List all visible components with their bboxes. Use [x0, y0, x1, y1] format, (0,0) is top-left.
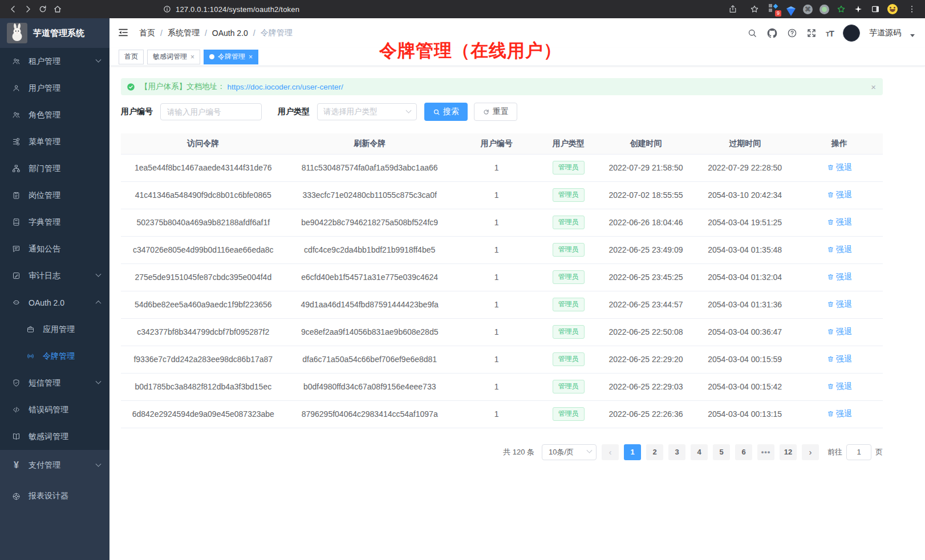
force-logout-button[interactable]: 强退 — [827, 272, 852, 282]
page-button-3[interactable]: 3 — [668, 444, 685, 460]
tab-close-icon[interactable]: × — [190, 54, 194, 60]
users-icon — [12, 111, 21, 119]
user-id-input[interactable] — [160, 103, 262, 120]
expire-time-cell: 2054-03-04 00:36:47 — [694, 318, 796, 346]
created-time-cell: 2022-06-25 23:44:57 — [598, 291, 693, 318]
alert-close-icon[interactable]: × — [871, 83, 876, 91]
extension-command-icon[interactable]: ⌘ — [803, 5, 813, 14]
sidebar-item-notice[interactable]: 通知公告 — [0, 236, 109, 262]
chevron-down-icon[interactable] — [910, 34, 915, 37]
table-row: 54d6be82ee5a460a9aedc1f9bf22365649d1aa46… — [121, 291, 883, 318]
page-button-2[interactable]: 2 — [646, 444, 663, 460]
force-logout-button[interactable]: 强退 — [827, 409, 852, 419]
sidebar-item-role[interactable]: 角色管理 — [0, 102, 109, 128]
tab-首页[interactable]: 首页 — [119, 50, 144, 64]
force-logout-button[interactable]: 强退 — [827, 163, 852, 173]
username[interactable]: 芋道源码 — [869, 28, 901, 38]
page-button-4[interactable]: 4 — [691, 444, 708, 460]
user-type-placeholder: 请选择用户类型 — [323, 107, 378, 117]
force-logout-button[interactable]: 强退 — [827, 382, 852, 392]
tab-close-icon[interactable]: × — [249, 54, 253, 60]
user-type-badge: 管理员 — [553, 161, 585, 175]
avatar[interactable] — [843, 25, 860, 42]
extension-pixel-icon[interactable]: 9 — [769, 4, 779, 14]
browser-home-button[interactable] — [50, 2, 65, 17]
bookmark-star-button[interactable] — [747, 2, 762, 17]
chevron-down-icon — [96, 271, 102, 277]
refresh-token-cell: b0df4980ffd34c67a08f9156e4eee733 — [286, 373, 454, 400]
sidebar-item-oauth2-token[interactable]: 令牌管理 — [0, 343, 109, 370]
user-type-badge: 管理员 — [553, 216, 585, 229]
goto-page-input[interactable] — [846, 444, 871, 460]
sidebar-item-pay[interactable]: ¥支付管理 — [0, 450, 109, 481]
reload-icon — [38, 5, 47, 14]
reset-button[interactable]: 重置 — [474, 103, 517, 121]
trash-icon — [827, 164, 834, 171]
extension-sparkle-icon[interactable] — [853, 4, 863, 14]
sidebar-item-oauth2-app[interactable]: 应用管理 — [0, 316, 109, 343]
breadcrumb-item[interactable]: 首页 — [139, 28, 155, 38]
profile-emoji-icon[interactable] — [887, 4, 898, 14]
browser-forward-button[interactable] — [21, 2, 35, 17]
page-button-5[interactable]: 5 — [713, 444, 730, 460]
next-page-button[interactable]: › — [802, 444, 819, 460]
force-logout-button[interactable]: 强退 — [827, 217, 852, 228]
breadcrumb-item[interactable]: 系统管理 — [168, 28, 200, 38]
sidebar-item-label: 令牌管理 — [43, 351, 75, 362]
sidebar-item-oauth2[interactable]: OAuth 2.0 — [0, 289, 109, 316]
sidebar-fold-button[interactable] — [117, 27, 130, 39]
sidebar-item-sensitive[interactable]: 敏感词管理 — [0, 423, 109, 450]
tab-label: 敏感词管理 — [153, 52, 187, 62]
extension-star-icon[interactable] — [836, 4, 846, 14]
success-check-icon — [127, 83, 135, 91]
extension-gem-icon[interactable] — [786, 4, 796, 14]
sidebar-item-report[interactable]: 报表设计器 — [0, 481, 109, 512]
browser-menu-button[interactable] — [904, 2, 919, 17]
github-icon[interactable] — [766, 27, 778, 39]
tab-令牌管理[interactable]: 令牌管理× — [204, 50, 258, 64]
force-logout-button[interactable]: 强退 — [827, 299, 852, 310]
sidebar-item-tenant[interactable]: 租户管理 — [0, 48, 109, 75]
force-logout-button[interactable]: 强退 — [827, 245, 852, 255]
page-button-12[interactable]: 12 — [780, 444, 797, 460]
force-logout-button[interactable]: 强退 — [827, 190, 852, 200]
app-logo-row[interactable]: 芋道管理系统 — [0, 18, 109, 48]
page-button-1[interactable]: 1 — [624, 444, 641, 460]
created-time-cell: 2022-07-02 18:55:55 — [598, 181, 693, 209]
action-cell: 强退 — [796, 318, 883, 346]
page-button-6[interactable]: 6 — [735, 444, 752, 460]
sidebar-item-sms[interactable]: 短信管理 — [0, 370, 109, 396]
action-cell: 强退 — [796, 236, 883, 263]
fullscreen-icon[interactable] — [806, 28, 817, 38]
address-bar[interactable]: 127.0.0.1:1024/system/oauth2/token — [163, 5, 725, 14]
expire-time-cell: 2054-03-04 19:51:25 — [694, 209, 796, 236]
sidebar-item-audit[interactable]: 审计日志 — [0, 262, 109, 289]
side-panel-button[interactable] — [870, 4, 881, 14]
sidebar-item-errcode[interactable]: 错误码管理 — [0, 396, 109, 423]
tab-敏感词管理[interactable]: 敏感词管理× — [147, 50, 200, 64]
created-time-cell: 2022-06-25 22:29:20 — [598, 346, 693, 373]
font-size-icon[interactable]: TT — [826, 29, 834, 38]
more-pages-button[interactable]: ••• — [757, 444, 774, 460]
created-time-cell: 2022-06-26 18:04:46 — [598, 209, 693, 236]
sidebar-item-post[interactable]: 岗位管理 — [0, 182, 109, 209]
search-button[interactable]: 搜索 — [424, 103, 468, 121]
user-type-select[interactable]: 请选择用户类型 — [317, 103, 417, 120]
sidebar-item-dept[interactable]: 部门管理 — [0, 155, 109, 182]
browser-reload-button[interactable] — [35, 2, 50, 17]
page-size-select[interactable]: 10条/页 — [542, 444, 597, 460]
sidebar-item-menu[interactable]: 菜单管理 — [0, 128, 109, 155]
search-icon[interactable] — [747, 28, 757, 38]
force-logout-button[interactable]: 强退 — [827, 354, 852, 364]
force-logout-button[interactable]: 强退 — [827, 327, 852, 337]
extension-record-icon[interactable] — [819, 5, 829, 14]
share-button[interactable] — [725, 2, 740, 17]
user-type-badge: 管理员 — [553, 188, 585, 202]
help-icon[interactable] — [787, 28, 797, 38]
sidebar-item-dict[interactable]: 字典管理 — [0, 209, 109, 236]
sidebar-item-user[interactable]: 用户管理 — [0, 75, 109, 102]
browser-back-button[interactable] — [6, 2, 21, 17]
prev-page-button[interactable]: ‹ — [602, 444, 619, 460]
alert-doc-link[interactable]: https://doc.iocoder.cn/user-center/ — [228, 83, 343, 91]
breadcrumb-item[interactable]: OAuth 2.0 — [212, 29, 248, 38]
